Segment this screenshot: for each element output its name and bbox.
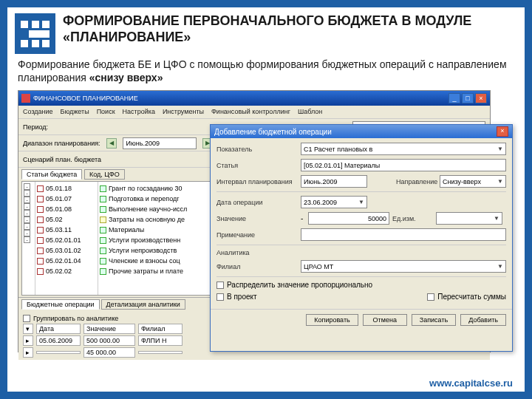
cell-value[interactable]: 45 000.00 xyxy=(83,347,135,358)
subtitle-bold: «снизу вверх» xyxy=(89,72,163,83)
indicator-input[interactable]: С1 Расчет плановых в▼ xyxy=(301,143,506,155)
menu-item[interactable]: Поиск xyxy=(97,108,115,116)
tab-analytics-detail[interactable]: Детализация аналитики xyxy=(101,299,185,310)
close-button[interactable]: × xyxy=(475,93,487,103)
dialog-titlebar[interactable]: Добавление бюджетной операции × xyxy=(211,125,512,138)
collapse-icon[interactable]: - xyxy=(24,197,30,203)
save-button[interactable]: Записать xyxy=(412,314,456,326)
tree-code[interactable]: 05.02 xyxy=(46,214,63,225)
minimize-button[interactable]: _ xyxy=(449,93,460,103)
tree-name[interactable]: Услуги производственн xyxy=(109,235,180,245)
menu-item[interactable]: Создание xyxy=(23,108,53,116)
copy-button[interactable]: Копировать xyxy=(306,314,358,326)
col-header-date[interactable]: Дата xyxy=(36,324,81,334)
article-input[interactable]: [05.02.01.01] Материалы xyxy=(301,159,506,171)
item-icon xyxy=(37,185,44,192)
tree-code[interactable]: 05.02.01.01 xyxy=(46,235,81,245)
main-titlebar[interactable]: ФИНАНСОВОЕ ПЛАНИРОВАНИЕ _ □ × xyxy=(18,91,490,106)
collapse-icon[interactable]: - xyxy=(24,223,30,230)
logo xyxy=(15,13,55,54)
tree-name[interactable]: Подготовка и переподг xyxy=(109,194,180,204)
item-icon xyxy=(100,268,106,275)
cell-filial[interactable] xyxy=(138,351,183,354)
to-project-checkbox[interactable] xyxy=(216,293,224,301)
item-icon xyxy=(37,248,44,254)
row-marker[interactable]: ▾ xyxy=(23,324,33,334)
tree-code[interactable]: 05.01.08 xyxy=(46,204,72,214)
tree-name[interactable]: Затраты на основную де xyxy=(109,214,185,225)
menu-item[interactable]: Бюджеты xyxy=(61,108,89,116)
tab-budget-items[interactable]: Статьи бюджета xyxy=(21,169,82,180)
menu-item[interactable]: Финансовый контроллинг xyxy=(211,108,290,116)
plan-range-label: Диапазон планирования: xyxy=(23,140,100,147)
tree-name[interactable]: Выполнение научно-иссл xyxy=(109,204,187,214)
scenario-label: Сценарий план. бюджета xyxy=(23,156,101,163)
item-icon xyxy=(37,216,44,223)
prev-period-button[interactable]: ◀ xyxy=(106,138,117,149)
tree-name[interactable]: Материалы xyxy=(109,225,144,235)
distribute-label: Распределить значение пропорционально xyxy=(227,281,372,289)
distribute-checkbox[interactable] xyxy=(216,282,224,289)
tree-code[interactable]: 05.02.02 xyxy=(46,266,72,276)
note-input[interactable] xyxy=(301,228,506,241)
tree-code[interactable]: 05.02.01.04 xyxy=(46,256,81,266)
item-icon xyxy=(100,248,106,254)
item-icon xyxy=(100,227,106,233)
collapse-icon[interactable]: - xyxy=(24,190,30,197)
window-title: ФИНАНСОВОЕ ПЛАНИРОВАНИЕ xyxy=(33,95,138,102)
tree-name[interactable]: Услуги непроизводств xyxy=(109,245,177,256)
collapse-icon[interactable]: - xyxy=(24,183,30,190)
menu-item[interactable]: Инструменты xyxy=(163,108,204,116)
label-interval: Интервал планирования xyxy=(216,178,298,185)
item-icon xyxy=(37,227,44,233)
tab-cfo[interactable]: Код, ЦФО xyxy=(84,169,125,180)
add-button[interactable]: Добавить xyxy=(460,314,506,326)
tree-name[interactable]: Членские и взносы соц xyxy=(109,256,180,266)
chevron-down-icon: ▼ xyxy=(358,199,364,205)
row-marker[interactable]: ▸ xyxy=(23,347,33,358)
operation-date-input[interactable]: 23.06.2009▼ xyxy=(301,196,367,208)
cell-date[interactable]: 05.06.2009 xyxy=(36,335,81,346)
tree-name[interactable]: Прочие затраты и плате xyxy=(109,266,183,276)
tab-budget-ops[interactable]: Бюджетные операции xyxy=(21,299,100,310)
collapse-icon[interactable]: - xyxy=(24,216,30,223)
tree-code[interactable]: 05.03.11 xyxy=(46,225,72,235)
filial-input[interactable]: ЦРАО МТ▼ xyxy=(301,260,506,273)
chevron-down-icon: ▼ xyxy=(497,178,503,185)
interval-input[interactable]: Июнь.2009 xyxy=(301,175,367,188)
cell-date[interactable] xyxy=(36,351,81,354)
collapse-icon[interactable]: - xyxy=(24,230,30,236)
collapse-icon[interactable]: - xyxy=(24,236,30,243)
col-header-filial[interactable]: Филиал xyxy=(138,324,183,334)
collapse-icon[interactable]: - xyxy=(24,203,30,210)
tree-name[interactable]: Грант по госзаданию 30 xyxy=(109,183,183,194)
label-filial: Филиал xyxy=(216,263,298,270)
collapse-icon[interactable]: - xyxy=(24,210,30,216)
maximize-button[interactable]: □ xyxy=(462,93,474,103)
input-value: С1 Расчет плановых в xyxy=(304,146,372,153)
dialog-close-button[interactable]: × xyxy=(497,126,508,137)
tree-code[interactable]: 05.03.01.02 xyxy=(46,245,81,256)
input-value: 50000 xyxy=(368,215,386,222)
col-header-value[interactable]: Значение xyxy=(83,324,135,334)
direction-input[interactable]: Снизу-вверх▼ xyxy=(440,175,506,188)
cell-value[interactable]: 500 000.00 xyxy=(83,335,135,346)
tree-code[interactable]: 05.01.07 xyxy=(46,194,72,204)
tree-code[interactable]: 05.01.18 xyxy=(46,183,72,194)
menu-item[interactable]: Шаблон xyxy=(298,108,322,116)
value-input[interactable]: 50000 xyxy=(308,212,389,225)
group-by-analytics-checkbox[interactable] xyxy=(23,315,30,322)
chevron-down-icon: ▼ xyxy=(497,146,503,152)
cell-filial[interactable]: ФЛПИ Н xyxy=(138,335,183,346)
chevron-down-icon: ▼ xyxy=(497,263,503,270)
label-note: Примечание xyxy=(216,231,298,239)
item-icon xyxy=(37,237,44,244)
unit-input[interactable]: ▼ xyxy=(436,212,502,225)
row-marker[interactable]: ▸ xyxy=(23,335,33,346)
recalc-checkbox[interactable] xyxy=(427,293,434,301)
recalc-label: Пересчитать суммы xyxy=(437,293,506,301)
month-combo[interactable]: Июнь.2009 xyxy=(123,137,197,149)
menu-item[interactable]: Настройка xyxy=(123,108,155,116)
cancel-button[interactable]: Отмена xyxy=(363,314,407,326)
label-article: Статья xyxy=(216,162,298,169)
